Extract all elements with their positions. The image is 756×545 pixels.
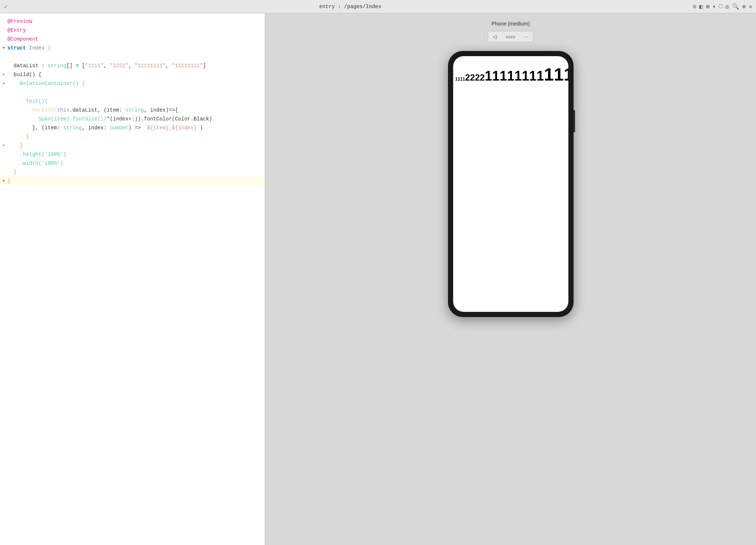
zoom-icon[interactable]: 🔍	[732, 3, 739, 10]
code-token: ,	[166, 61, 172, 70]
code-token: }	[7, 141, 23, 150]
grid-icon[interactable]: ⊞	[706, 3, 709, 10]
back-button[interactable]: ◁	[489, 32, 500, 41]
code-token: struct	[7, 44, 29, 52]
code-token: 1	[131, 115, 134, 123]
line-indicator: ●	[1, 177, 6, 185]
entry-path-label: entry : /pages/Index	[11, 4, 689, 10]
code-token: .dataList, (item:	[69, 106, 125, 115]
add-icon[interactable]: ⊕	[742, 3, 746, 10]
code-token: @Component	[7, 35, 38, 44]
code-token: string	[48, 61, 66, 70]
code-line: }	[0, 168, 265, 177]
code-line	[0, 52, 265, 61]
code-token: .height('100%')	[7, 150, 66, 159]
code-token: dataList :	[7, 61, 48, 70]
layers-icon[interactable]: ◧	[699, 3, 703, 10]
top-bar: ✓ entry : /pages/Index ⊙ ◧ ⊞ ▾ □ ◎ 🔍 ⊕ ✕	[0, 0, 756, 13]
chevron-down-icon[interactable]: ▾	[712, 3, 716, 10]
code-line: ForEach(this.dataList, (item: string, in…	[0, 106, 265, 115]
phone-text-container: 1111222211111111111111111111	[455, 75, 568, 82]
preview-controls: ◁ ▭▭ ···	[488, 31, 533, 42]
code-token: ]	[203, 61, 206, 70]
code-token: "11111111"	[135, 61, 166, 70]
code-line: ●struct Index {	[0, 44, 265, 52]
circle-icon[interactable]: ◎	[725, 3, 729, 10]
code-line: ◈ RelativeContainer() {	[0, 79, 265, 88]
code-token: Span(item).fontSize(	[7, 115, 100, 123]
code-token: {	[48, 44, 51, 52]
code-line: }	[0, 132, 265, 141]
line-indicator: ●	[1, 44, 6, 52]
code-line: ●}	[0, 177, 265, 185]
code-token: string	[125, 106, 144, 115]
code-token: Index	[29, 44, 48, 52]
code-token: )	[200, 123, 203, 132]
close-icon[interactable]: ✕	[749, 3, 752, 10]
code-line: .width('100%')	[0, 159, 265, 168]
preview-panel: Phone (medium) ◁ ▭▭ ··· 1111222211111111…	[265, 13, 756, 545]
code-token: "1111"	[85, 61, 103, 70]
code-line	[0, 88, 265, 97]
code-token: ,	[129, 61, 135, 70]
code-line: @Preview	[0, 17, 265, 26]
code-token: ,	[103, 61, 110, 70]
code-token: }	[7, 177, 10, 185]
code-token: ) =>	[129, 123, 144, 132]
code-token: number	[110, 123, 128, 132]
code-panel: @Preview@Entry@Component●struct Index { …	[0, 13, 265, 545]
check-icon: ✓	[4, 3, 8, 11]
code-token: 12	[100, 115, 107, 123]
preview-label: Phone (medium)	[492, 21, 530, 27]
code-line: dataList : string[] = ["1111", "2222", "…	[0, 61, 265, 70]
phone-text-item: 11111111	[544, 65, 568, 84]
phone-side-button	[574, 110, 575, 132]
code-token: [] = [	[66, 61, 85, 70]
phone-text-item: 11111111	[485, 68, 544, 84]
code-line: ◈ }	[0, 141, 265, 150]
window-icon[interactable]: □	[719, 3, 722, 10]
code-token: }, (item:	[7, 123, 63, 132]
code-token: this	[57, 106, 69, 115]
code-token: RelativeContainer() {	[7, 79, 85, 88]
code-token: "11111111"	[172, 61, 203, 70]
code-token: .width('100%')	[7, 159, 63, 168]
code-token: @Preview	[7, 17, 32, 26]
code-line: }, (item: string, index: number) => `${i…	[0, 123, 265, 132]
device-rotate-button[interactable]: ▭▭	[502, 32, 519, 41]
more-button[interactable]: ···	[520, 32, 532, 41]
code-line: @Entry	[0, 26, 265, 35]
code-line: .height('100%')	[0, 150, 265, 159]
code-token: `${item}_${index}`	[144, 123, 200, 132]
top-bar-icons: ⊙ ◧ ⊞ ▾ □ ◎ 🔍 ⊕ ✕	[693, 3, 752, 10]
code-token: build() {	[7, 70, 41, 79]
main-content: @Preview@Entry@Component●struct Index { …	[0, 13, 756, 545]
eye-icon[interactable]: ⊙	[693, 3, 697, 10]
phone-frame: 1111222211111111111111111111	[448, 51, 574, 317]
code-line: @Component	[0, 35, 265, 44]
code-token: string	[63, 123, 82, 132]
code-token: }	[7, 132, 29, 141]
line-indicator: ◈	[1, 141, 6, 150]
line-indicator: ◈	[1, 79, 6, 88]
code-token: }	[7, 168, 17, 177]
code-token: , index:	[82, 123, 110, 132]
code-line: Span(item).fontSize(12*(index+1)).fontCo…	[0, 115, 265, 123]
code-token: *(index+	[107, 115, 131, 123]
code-token: Text(){	[7, 97, 48, 106]
code-token: ForEach(	[7, 106, 57, 115]
phone-text-item: 2222	[465, 72, 485, 82]
code-token: , index)=>{	[144, 106, 178, 115]
phone-rendered-content: 1111222211111111111111111111	[453, 56, 568, 90]
phone-screen: 1111222211111111111111111111	[453, 56, 568, 312]
line-indicator: ◈	[1, 70, 6, 79]
code-token: "2222"	[110, 61, 128, 70]
code-token: )).fontColor(Color.Black)	[134, 115, 212, 123]
code-token: @Entry	[7, 26, 26, 35]
code-line: ◈ build() {	[0, 70, 265, 79]
phone-text-item: 1111	[455, 76, 465, 82]
code-line: Text(){	[0, 97, 265, 106]
